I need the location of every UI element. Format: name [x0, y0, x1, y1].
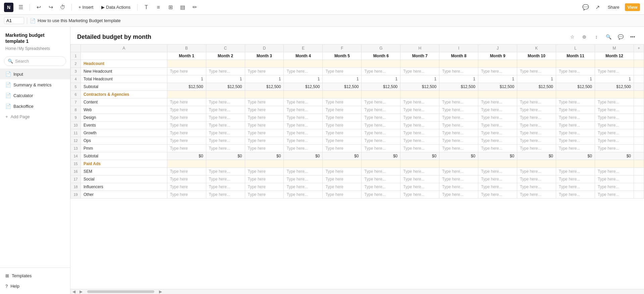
cell-d9[interactable]: Type here: [245, 114, 284, 122]
cell-b8[interactable]: Type here: [167, 106, 206, 114]
cell-k11[interactable]: Type here...: [517, 129, 556, 137]
cell-l16[interactable]: Type here...: [556, 168, 595, 175]
cell-j5[interactable]: $12,500: [478, 83, 517, 91]
cell-j13[interactable]: Type here...: [478, 145, 517, 152]
cell-k15[interactable]: [517, 160, 556, 168]
cell-k8[interactable]: Type here...: [517, 106, 556, 114]
analytics-button[interactable]: ↗: [593, 3, 602, 12]
cell-c11[interactable]: Type here...: [206, 129, 245, 137]
sidebar-item-calculator[interactable]: 📄 Calculator: [0, 90, 70, 101]
cell-b12[interactable]: Type here: [167, 137, 206, 145]
cell-h13[interactable]: Type here...: [400, 145, 439, 152]
cell-g4[interactable]: 1: [362, 75, 400, 83]
cell-f2[interactable]: [323, 60, 362, 68]
cell-a19[interactable]: Other: [81, 191, 167, 199]
cell-a5[interactable]: Subtotal: [81, 83, 167, 91]
cell-h17[interactable]: Type here...: [400, 175, 439, 183]
horizontal-scrollbar-thumb[interactable]: [87, 290, 154, 293]
cell-b6[interactable]: [167, 91, 206, 98]
cell-b19[interactable]: Type here: [167, 191, 206, 199]
comment-button[interactable]: 💬: [581, 3, 590, 12]
cell-b17[interactable]: Type here: [167, 175, 206, 183]
cell-j8[interactable]: Type here...: [478, 106, 517, 114]
cell-b16[interactable]: Type here: [167, 168, 206, 175]
cell-c8[interactable]: Type here...: [206, 106, 245, 114]
cell-k6[interactable]: [517, 91, 556, 98]
cell-d7[interactable]: Type here: [245, 98, 284, 106]
cell-g12[interactable]: Type here...: [362, 137, 400, 145]
cell-m17[interactable]: Type here...: [595, 175, 634, 183]
cell-l14[interactable]: $0: [556, 152, 595, 160]
cell-j16[interactable]: Type here...: [478, 168, 517, 175]
scroll-far-right-arrow[interactable]: ▶: [157, 289, 164, 294]
sort-button[interactable]: ↕: [592, 32, 601, 42]
cell-l5[interactable]: $12,500: [556, 83, 595, 91]
cell-m4[interactable]: 1: [595, 75, 634, 83]
cell-j14[interactable]: $0: [478, 152, 517, 160]
cell-d15[interactable]: [245, 160, 284, 168]
cell-c19[interactable]: Type here...: [206, 191, 245, 199]
cell-f9[interactable]: Type here: [323, 114, 362, 122]
sidebar-item-backoffice[interactable]: 📄 Backoffice: [0, 101, 70, 112]
cell-g6[interactable]: [362, 91, 400, 98]
undo-button[interactable]: ↩: [34, 3, 43, 12]
cell-a7[interactable]: Content: [81, 98, 167, 106]
add-col-header[interactable]: +: [634, 45, 644, 52]
cell-m19[interactable]: Type here...: [595, 191, 634, 199]
cell-g14[interactable]: $0: [362, 152, 400, 160]
cell-g9[interactable]: Type here...: [362, 114, 400, 122]
cell-h5[interactable]: $12,500: [400, 83, 439, 91]
table-button[interactable]: ⊞: [166, 3, 175, 12]
cell-b3[interactable]: Type here: [167, 68, 206, 75]
cell-i3[interactable]: Type here...: [439, 68, 478, 75]
cell-f4[interactable]: 1: [323, 75, 362, 83]
cell-l17[interactable]: Type here...: [556, 175, 595, 183]
cell-j10[interactable]: Type here...: [478, 122, 517, 129]
cell-k3[interactable]: Type here...: [517, 68, 556, 75]
cell-b9[interactable]: Type here: [167, 114, 206, 122]
cell-e5[interactable]: $12,500: [284, 83, 323, 91]
cell-h1[interactable]: Month 7: [400, 52, 439, 60]
cell-g16[interactable]: Type here...: [362, 168, 400, 175]
cell-e2[interactable]: [284, 60, 323, 68]
cell-m1[interactable]: Month 12: [595, 52, 634, 60]
cell-e18[interactable]: Type here...: [284, 183, 323, 191]
cell-f16[interactable]: Type here: [323, 168, 362, 175]
cell-a4[interactable]: Total Headcount: [81, 75, 167, 83]
cell-i16[interactable]: Type here...: [439, 168, 478, 175]
cell-l19[interactable]: Type here...: [556, 191, 595, 199]
cell-e1[interactable]: Month 4: [284, 52, 323, 60]
cell-d8[interactable]: Type here: [245, 106, 284, 114]
layout-button[interactable]: ▤: [178, 3, 187, 12]
cell-b7[interactable]: Type here: [167, 98, 206, 106]
cell-c18[interactable]: Type here...: [206, 183, 245, 191]
cell-j15[interactable]: [478, 160, 517, 168]
cell-l6[interactable]: [556, 91, 595, 98]
cell-g7[interactable]: Type here...: [362, 98, 400, 106]
cell-l7[interactable]: Type here...: [556, 98, 595, 106]
cell-c7[interactable]: Type here...: [206, 98, 245, 106]
cell-m11[interactable]: Type here...: [595, 129, 634, 137]
cell-l18[interactable]: Type here...: [556, 183, 595, 191]
cell-c3[interactable]: Type here...: [206, 68, 245, 75]
cell-d2[interactable]: [245, 60, 284, 68]
cell-b5[interactable]: $12,500: [167, 83, 206, 91]
cell-e17[interactable]: Type here...: [284, 175, 323, 183]
cell-g3[interactable]: Type here...: [362, 68, 400, 75]
cell-l13[interactable]: Type here...: [556, 145, 595, 152]
cell-g1[interactable]: Month 6: [362, 52, 400, 60]
cell-j18[interactable]: Type here...: [478, 183, 517, 191]
cell-e3[interactable]: Type here...: [284, 68, 323, 75]
cell-k4[interactable]: 1: [517, 75, 556, 83]
cell-l15[interactable]: [556, 160, 595, 168]
chat-button[interactable]: 💬: [616, 32, 625, 42]
cell-g15[interactable]: [362, 160, 400, 168]
scroll-right-arrow[interactable]: ▶: [77, 289, 85, 294]
cell-m14[interactable]: $0: [595, 152, 634, 160]
cell-h6[interactable]: [400, 91, 439, 98]
text-format-button[interactable]: T: [142, 3, 151, 12]
cell-k16[interactable]: Type here...: [517, 168, 556, 175]
cell-c13[interactable]: Type here...: [206, 145, 245, 152]
cell-m9[interactable]: Type here...: [595, 114, 634, 122]
cell-h8[interactable]: Type here...: [400, 106, 439, 114]
